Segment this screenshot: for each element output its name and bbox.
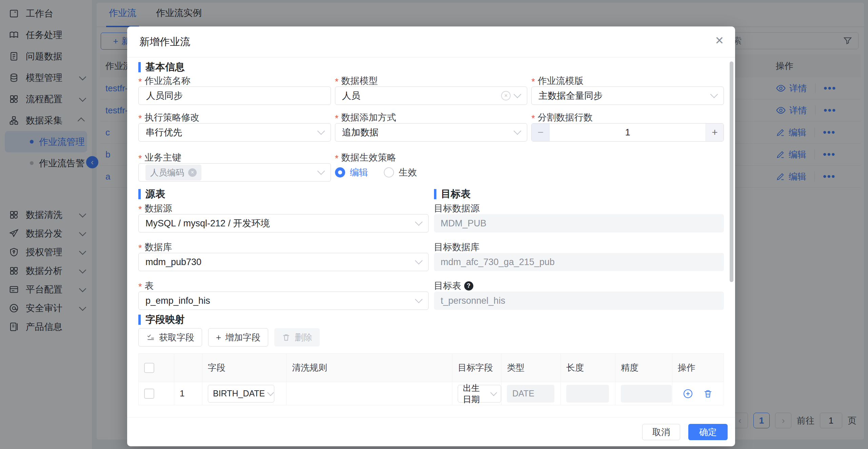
modal-scrollbar[interactable] bbox=[730, 61, 733, 282]
clear-icon[interactable]: × bbox=[501, 91, 511, 100]
modal-header: 新增作业流 × bbox=[127, 26, 735, 57]
table-select[interactable]: p_emp_info_his bbox=[138, 292, 429, 310]
modal-title: 新增作业流 bbox=[139, 35, 190, 49]
section-bar bbox=[138, 315, 141, 325]
precision-readonly bbox=[621, 385, 672, 403]
fetch-fields-button[interactable]: 获取字段 bbox=[138, 328, 202, 347]
action-column-header: 操作 bbox=[672, 354, 724, 382]
section-target-table: 目标表 bbox=[434, 189, 724, 199]
selected-tag: 人员编码 × bbox=[145, 165, 201, 181]
target-datasource-readonly: MDM_PUB bbox=[434, 214, 724, 232]
required-star: * bbox=[138, 243, 142, 254]
section-bar bbox=[434, 189, 436, 199]
workflow-name-input[interactable] bbox=[138, 87, 331, 105]
section-basic-info: 基本信息 bbox=[138, 62, 724, 72]
field-data-add-mode: *数据添加方式 追加数据 bbox=[335, 112, 528, 142]
chevron-down-icon bbox=[415, 218, 422, 226]
target-column-header: 目标字段 bbox=[452, 354, 501, 382]
required-star: * bbox=[138, 282, 142, 292]
field-business-key: *业务主键 人员编码 × bbox=[138, 152, 331, 182]
exec-strategy-select[interactable]: 串行优先 bbox=[138, 123, 331, 142]
target-database-readonly: mdm_afc_730_ga_215_pub bbox=[434, 253, 724, 271]
field-effect-strategy: *数据生效策略 编辑 生效 bbox=[335, 152, 528, 182]
business-key-multiselect[interactable]: 人员编码 × bbox=[138, 163, 331, 182]
field-target-datasource: 目标数据源 MDM_PUB bbox=[434, 203, 724, 232]
chevron-down-icon bbox=[267, 389, 274, 396]
field-column-header: 字段 bbox=[202, 354, 287, 382]
length-column-header: 长度 bbox=[561, 354, 615, 382]
stepper-value[interactable]: 1 bbox=[549, 124, 706, 141]
required-star: * bbox=[335, 77, 339, 87]
stepper-minus-button[interactable]: − bbox=[532, 124, 549, 141]
field-target-table: 目标表 ? t_personnel_his bbox=[434, 280, 724, 310]
radio-unselected-icon bbox=[384, 167, 394, 177]
required-star: * bbox=[138, 204, 142, 215]
section-field-mapping: 字段映射 bbox=[138, 315, 724, 325]
tag-close-icon[interactable]: × bbox=[188, 168, 197, 177]
add-workflow-modal: 新增作业流 × 基本信息 *作业流名称 *数据模型 人员 bbox=[127, 26, 735, 446]
required-star: * bbox=[531, 113, 535, 124]
chevron-down-icon bbox=[514, 127, 521, 135]
field-exec-strategy: *执行策略修改 串行优先 bbox=[138, 112, 331, 142]
field-workflow-template: *作业流模版 主数据全量同步 bbox=[531, 75, 724, 105]
stepper-plus-button[interactable]: + bbox=[706, 124, 724, 141]
delete-fields-button[interactable]: 删除 bbox=[274, 328, 320, 347]
app-root: 工作台 任务处理 问题数据 模型管理 流程配置 数据采 bbox=[0, 0, 868, 449]
chevron-down-icon bbox=[514, 91, 521, 98]
database-select[interactable]: mdm_pub730 bbox=[138, 253, 429, 271]
required-star: * bbox=[138, 77, 142, 87]
cancel-button[interactable]: 取消 bbox=[642, 424, 680, 440]
length-readonly bbox=[566, 385, 609, 403]
type-column-header: 类型 bbox=[501, 354, 561, 382]
row-checkbox[interactable] bbox=[144, 389, 154, 399]
confirm-button[interactable]: 确定 bbox=[688, 424, 728, 440]
data-add-mode-select[interactable]: 追加数据 bbox=[335, 123, 528, 142]
target-table-readonly: t_personnel_his bbox=[434, 292, 724, 310]
chevron-down-icon bbox=[415, 296, 422, 303]
add-field-button[interactable]: + 增加字段 bbox=[208, 328, 268, 347]
fetch-fields-icon bbox=[146, 333, 155, 342]
chevron-down-icon bbox=[317, 167, 325, 175]
help-icon[interactable]: ? bbox=[464, 281, 473, 291]
close-icon[interactable]: × bbox=[715, 33, 724, 48]
data-model-select[interactable]: 人员 × bbox=[335, 87, 528, 105]
delete-row-icon[interactable] bbox=[703, 389, 713, 399]
field-mapping-table: 字段 清洗规则 目标字段 类型 长度 精度 操作 1 BIRTH_DATE bbox=[138, 353, 724, 405]
modal-body: 基本信息 *作业流名称 *数据模型 人员 × bbox=[127, 57, 735, 417]
radio-active[interactable]: 生效 bbox=[384, 166, 417, 179]
required-star: * bbox=[138, 153, 142, 164]
add-row-icon[interactable] bbox=[683, 388, 693, 399]
field-database: *数据库 mdm_pub730 bbox=[138, 241, 429, 271]
workflow-template-select[interactable]: 主数据全量同步 bbox=[531, 87, 724, 105]
required-star: * bbox=[138, 113, 142, 124]
mapping-table-header: 字段 清洗规则 目标字段 类型 长度 精度 操作 bbox=[139, 354, 724, 382]
workflow-name-input-field[interactable] bbox=[145, 90, 324, 101]
target-field-select[interactable]: 出生日期 bbox=[458, 385, 501, 403]
select-all-checkbox[interactable] bbox=[144, 363, 154, 373]
field-workflow-name: *作业流名称 bbox=[138, 75, 331, 105]
mapping-row: 1 BIRTH_DATE 出生日期 DATE bbox=[139, 382, 724, 405]
chevron-down-icon bbox=[490, 389, 497, 396]
required-star: * bbox=[335, 113, 339, 124]
section-source-table: 源表 bbox=[138, 189, 429, 199]
plus-icon: + bbox=[216, 332, 221, 343]
rule-column-header: 清洗规则 bbox=[287, 354, 452, 382]
chevron-down-icon bbox=[317, 127, 325, 135]
section-bar bbox=[138, 62, 141, 72]
modal-footer: 取消 确定 bbox=[127, 417, 735, 446]
type-readonly: DATE bbox=[507, 385, 554, 403]
chevron-down-icon bbox=[710, 91, 718, 98]
radio-edit[interactable]: 编辑 bbox=[335, 166, 368, 179]
field-target-database: 目标数据库 mdm_afc_730_ga_215_pub bbox=[434, 241, 724, 271]
field-datasource: *数据源 MySQL / mysql-212 / 开发环境 bbox=[138, 203, 429, 232]
field-data-model: *数据模型 人员 × bbox=[335, 75, 528, 105]
field-table: *表 p_emp_info_his bbox=[138, 280, 429, 310]
required-star: * bbox=[335, 153, 339, 164]
source-field-select[interactable]: BIRTH_DATE bbox=[208, 385, 274, 403]
field-split-rows: *分割数据行数 − 1 + bbox=[531, 112, 724, 142]
datasource-select[interactable]: MySQL / mysql-212 / 开发环境 bbox=[138, 214, 429, 232]
section-bar bbox=[138, 189, 141, 199]
row-index: 1 bbox=[174, 382, 202, 405]
chevron-down-icon bbox=[415, 257, 422, 265]
index-column-header bbox=[174, 354, 202, 382]
